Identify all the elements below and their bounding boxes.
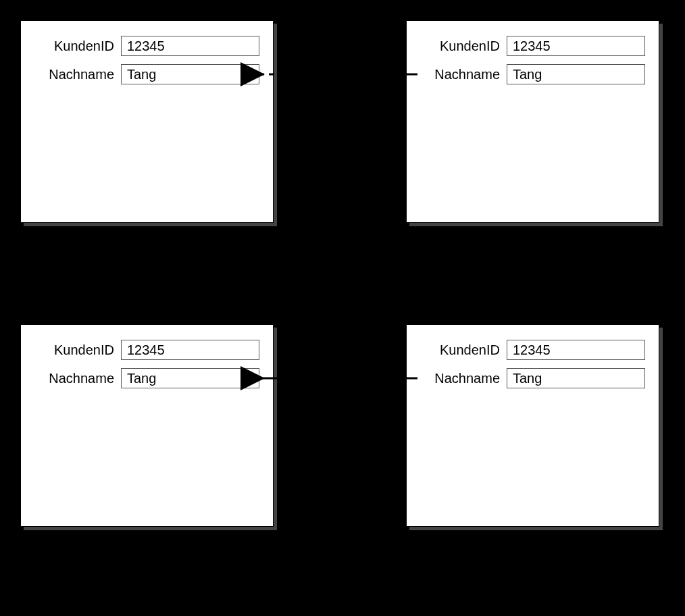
label-kundenid: KundenID (34, 342, 121, 358)
label-kundenid: KundenID (420, 38, 507, 54)
field-row-kundenid: KundenID 12345 (420, 36, 645, 56)
label-nachname: Nachname (34, 371, 121, 386)
input-kundenid[interactable]: 12345 (507, 340, 645, 360)
form-panel-bottom-right: KundenID 12345 Nachname Tang (406, 324, 659, 527)
field-row-nachname: Nachname Tang (34, 64, 259, 84)
label-kundenid: KundenID (34, 38, 121, 54)
form-panel-top-right: KundenID 12345 Nachname Tang (406, 20, 659, 223)
input-nachname[interactable]: Tang (507, 368, 645, 388)
field-row-nachname: Nachname Tang (420, 368, 645, 388)
label-nachname: Nachname (420, 371, 507, 386)
input-kundenid[interactable]: 12345 (121, 340, 259, 360)
field-row-kundenid: KundenID 12345 (420, 340, 645, 360)
form-panel-top-left: KundenID 12345 Nachname Tang (20, 20, 274, 223)
input-kundenid[interactable]: 12345 (507, 36, 645, 56)
field-row-nachname: Nachname Tang (34, 368, 259, 388)
label-kundenid: KundenID (420, 342, 507, 358)
field-row-nachname: Nachname Tang (420, 64, 645, 84)
form-panel-bottom-left: KundenID 12345 Nachname Tang (20, 324, 274, 527)
field-row-kundenid: KundenID 12345 (34, 36, 259, 56)
field-row-kundenid: KundenID 12345 (34, 340, 259, 360)
input-kundenid[interactable]: 12345 (121, 36, 259, 56)
input-nachname[interactable]: Tang (121, 368, 259, 388)
label-nachname: Nachname (34, 67, 121, 82)
input-nachname[interactable]: Tang (507, 64, 645, 84)
input-nachname[interactable]: Tang (121, 64, 259, 84)
label-nachname: Nachname (420, 67, 507, 82)
